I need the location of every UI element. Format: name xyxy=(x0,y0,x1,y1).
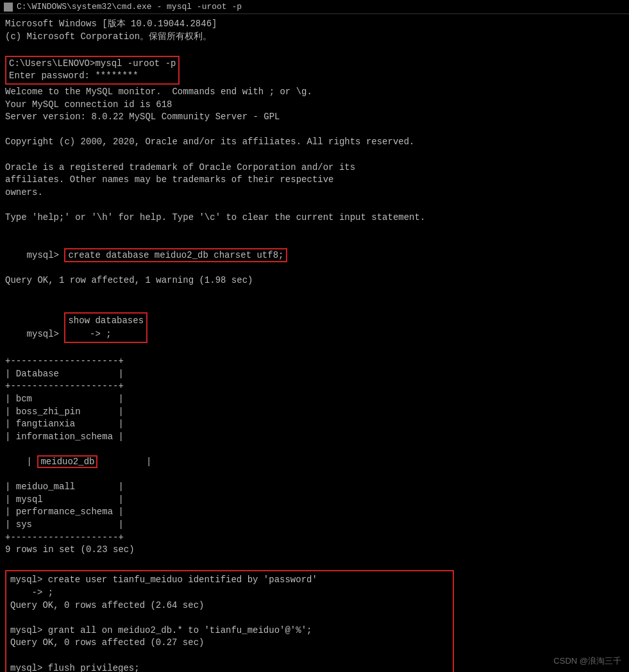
db-table-separator2: +--------------------+ xyxy=(5,380,624,393)
show-db-cmd: show databases -> ; xyxy=(64,312,147,343)
blank3 xyxy=(5,149,624,162)
mysql-prompt2: mysql> xyxy=(27,329,65,339)
title-bar: C:\WINDOWS\system32\cmd.exe - mysql -uro… xyxy=(0,0,629,14)
blank7 xyxy=(5,557,624,569)
db-table-header: | Database | xyxy=(5,368,624,381)
db-rows-count: 9 rows in set (0.23 sec) xyxy=(5,544,624,557)
blank6 xyxy=(5,287,624,299)
win-version-line1: Microsoft Windows [版本 10.0.19044.2846] xyxy=(5,18,624,31)
mysql-prompt1: mysql> xyxy=(27,250,65,260)
cmd-icon xyxy=(4,3,13,12)
db-table-separator3: +--------------------+ xyxy=(5,532,624,544)
welcome-line3: Server version: 8.0.22 MySQL Community S… xyxy=(5,111,624,124)
title-bar-text: C:\WINDOWS\system32\cmd.exe - mysql -uro… xyxy=(17,2,242,12)
db-row-pipe1: | xyxy=(27,457,38,467)
flush-line: mysql> flush privileges; xyxy=(10,662,449,673)
blank5 xyxy=(5,224,624,237)
welcome-line2: Your MySQL connection id is 618 xyxy=(5,99,624,112)
db-row-mall: | meiduo_mall | xyxy=(5,481,624,494)
show-db-line: mysql> show databases -> ; xyxy=(5,299,624,355)
db-row-fang: | fangtianxia | xyxy=(5,418,624,431)
db-row-perf: | performance_schema | xyxy=(5,506,624,519)
meiduo2-db-name: meiduo2_db xyxy=(37,455,97,468)
blank1 xyxy=(5,43,624,56)
db-table-separator1: +--------------------+ xyxy=(5,355,624,368)
win-version-line2: (c) Microsoft Corporation。保留所有权利。 xyxy=(5,31,624,44)
blank8 xyxy=(10,612,449,625)
blank9 xyxy=(10,650,449,662)
grant-result: Query OK, 0 rows affected (0.27 sec) xyxy=(10,637,449,650)
create-db-cmd: create database meiduo2_db charset utf8; xyxy=(64,248,287,262)
user-grant-box: mysql> create user tianfu_meiduo identif… xyxy=(5,570,454,672)
db-row-info: | information_schema | xyxy=(5,431,624,444)
oracle-line3: owners. xyxy=(5,187,624,199)
create-user-line1: mysql> create user tianfu_meiduo identif… xyxy=(10,574,449,587)
create-db-result: Query OK, 1 row affected, 1 warning (1.9… xyxy=(5,274,624,287)
terminal-body: Microsoft Windows [版本 10.0.19044.2846] (… xyxy=(0,14,629,672)
blank4 xyxy=(5,199,624,212)
create-user-result: Query OK, 0 rows affected (2.64 sec) xyxy=(10,600,449,612)
watermark: CSDN @浪淘三千 xyxy=(553,655,621,667)
db-row-meiduo2: | meiduo2_db | xyxy=(5,443,624,481)
mysql-login-line: C:\Users\LENOVO>mysql -uroot -p xyxy=(9,58,176,71)
create-db-line: mysql> create database meiduo2_db charse… xyxy=(5,237,624,274)
grant-line: mysql> grant all on meiduo2_db.* to 'tia… xyxy=(10,625,449,637)
db-row-sys: | sys | xyxy=(5,519,624,532)
create-user-line2: -> ; xyxy=(10,587,449,600)
db-row-mysql: | mysql | xyxy=(5,494,624,507)
help-line: Type 'help;' or '\h' for help. Type '\c'… xyxy=(5,212,624,224)
blank2 xyxy=(5,124,624,137)
welcome-line1: Welcome to the MySQL monitor. Commands e… xyxy=(5,86,624,99)
mysql-password-line: Enter password: ******** xyxy=(9,70,176,83)
copyright-line: Copyright (c) 2000, 2020, Oracle and/or … xyxy=(5,136,624,149)
db-row-space: | xyxy=(97,457,151,467)
db-row-bcm: | bcm | xyxy=(5,393,624,406)
oracle-line1: Oracle is a registered trademark of Orac… xyxy=(5,162,624,174)
login-box: C:\Users\LENOVO>mysql -uroot -p Enter pa… xyxy=(5,56,180,85)
oracle-line2: affiliates. Other names may be trademark… xyxy=(5,174,624,187)
db-row-boss: | boss_zhi_pin | xyxy=(5,406,624,419)
